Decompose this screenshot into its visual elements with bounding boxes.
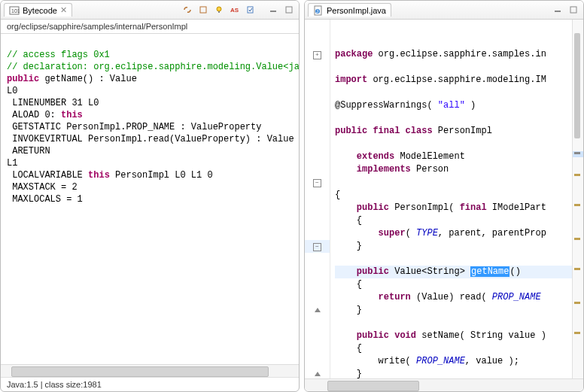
bytecode-h-scrollbar[interactable]	[1, 364, 299, 377]
highlighted-line: public Value<String> getName()	[335, 266, 572, 278]
code-kw: implements	[357, 164, 411, 175]
overview-mark	[574, 238, 580, 240]
code-line: getName() : Value	[39, 74, 137, 84]
minimize-icon[interactable]	[266, 3, 280, 17]
code-line: MAXSTACK = 2	[7, 182, 78, 193]
verify-icon[interactable]	[244, 3, 257, 17]
bytecode-tab[interactable]: 101 Bytecode ✕	[4, 3, 72, 17]
code-line: PersonImpl L0 L1 0	[110, 170, 213, 181]
code-line: L1	[7, 158, 17, 169]
maximize-icon[interactable]	[282, 3, 296, 17]
code-kw: import	[335, 74, 367, 85]
lightbulb-icon[interactable]	[212, 3, 226, 17]
bytecode-view-panel: 101 Bytecode ✕ AS org/eclipse/sapphire/s…	[0, 0, 300, 392]
code-line: ()	[509, 266, 520, 277]
code-line: {	[335, 343, 362, 354]
svg-rect-7	[270, 11, 276, 12]
svg-rect-12	[555, 11, 561, 12]
code-line: {	[335, 279, 362, 290]
code-line: PersonImpl(	[389, 202, 460, 213]
overview-mark	[574, 174, 580, 176]
java-h-scrollbar[interactable]	[305, 378, 583, 391]
code-line: setName( String value )	[416, 330, 546, 341]
code-line: INVOKEVIRTUAL PersonImpl.read(ValuePrope…	[7, 134, 294, 144]
code-line: MAXLOCALS = 1	[7, 194, 83, 205]
bytecode-icon: 101	[9, 5, 20, 16]
code-line: org.eclipse.sapphire.samples.in	[373, 49, 546, 59]
code-line: write(	[335, 356, 416, 366]
close-icon[interactable]: ✕	[60, 5, 67, 15]
java-tab-bar: J PersonImpl.java	[305, 1, 583, 20]
code-kw: final	[460, 202, 487, 213]
code-line: (	[406, 228, 416, 239]
bytecode-toolbar: AS	[181, 3, 296, 17]
java-file-icon: J	[313, 5, 324, 16]
java-toolbar	[551, 3, 580, 17]
change-indicator-icon	[315, 372, 321, 376]
svg-text:101: 101	[11, 8, 20, 14]
overview-ruler[interactable]	[572, 20, 583, 378]
code-kw: package	[335, 49, 373, 59]
code-line: // access flags 0x1	[7, 50, 110, 60]
code-line: ModelElement	[394, 151, 465, 162]
link-with-editor-icon[interactable]	[181, 3, 194, 17]
code-field: PROP_NAME	[416, 356, 465, 366]
show-raw-icon[interactable]	[196, 3, 210, 17]
overview-mark	[574, 302, 580, 304]
code-line: Value<String>	[389, 266, 470, 277]
code-line: LOCALVARIABLE	[7, 170, 88, 181]
change-indicator-icon	[315, 308, 321, 312]
code-line	[335, 292, 379, 302]
code-line: GETSTATIC PersonImpl.PROP_NAME : ValuePr…	[7, 122, 261, 132]
java-editor-body: + − − package or	[305, 20, 583, 378]
code-line: , value );	[465, 356, 519, 366]
svg-point-3	[217, 7, 221, 11]
overview-mark	[574, 268, 580, 270]
code-line: }	[335, 369, 362, 378]
svg-rect-8	[286, 7, 292, 13]
java-file-tab[interactable]: J PersonImpl.java	[308, 3, 391, 17]
code-kw: public void	[357, 330, 416, 341]
svg-text:J: J	[316, 9, 318, 14]
java-gutter[interactable]: + − −	[305, 20, 330, 378]
code-kw: public	[357, 266, 389, 277]
code-kw: public	[357, 202, 389, 213]
code-line: org.eclipse.sapphire.modeling.IM	[367, 74, 546, 85]
code-line: @SuppressWarnings(	[335, 100, 438, 111]
code-line: // declaration: org.eclipse.sapphire.mod…	[7, 62, 299, 72]
overview-thumb[interactable]	[574, 33, 580, 138]
expand-imports-icon[interactable]: +	[313, 51, 321, 59]
overview-mark	[574, 204, 580, 206]
code-kw: this	[61, 110, 83, 120]
overview-mark	[574, 152, 580, 154]
code-string: "all"	[438, 100, 465, 111]
java-tab-label: PersonImpl.java	[327, 6, 386, 15]
code-line: }	[335, 241, 362, 251]
svg-rect-4	[218, 11, 220, 13]
code-line: }	[335, 305, 362, 315]
code-line: , parent, parentProp	[438, 228, 546, 239]
java-editor-panel: J PersonImpl.java + − −	[304, 0, 584, 392]
text-selection: getName	[470, 266, 509, 277]
bytecode-tab-bar: 101 Bytecode ✕ AS	[1, 1, 299, 20]
code-kw: extends	[357, 151, 394, 162]
code-kw: public final class	[335, 126, 433, 136]
code-line: LINENUMBER 31 L0	[7, 98, 99, 108]
svg-rect-6	[248, 7, 253, 13]
code-field: TYPE	[416, 228, 438, 239]
code-line: IModelPart	[487, 202, 546, 213]
bytecode-code-area[interactable]: // access flags 0x1 // declaration: org.…	[1, 34, 299, 364]
minimize-icon[interactable]	[551, 3, 564, 17]
fold-icon[interactable]: −	[313, 243, 321, 251]
svg-rect-13	[570, 7, 576, 13]
fold-icon[interactable]: −	[313, 179, 321, 187]
code-line: Person	[411, 164, 449, 175]
maximize-icon[interactable]	[567, 3, 580, 17]
bytecode-tab-label: Bytecode	[23, 6, 57, 15]
java-code-area[interactable]: package org.eclipse.sapphire.samples.in …	[330, 20, 572, 378]
code-line: )	[465, 100, 476, 111]
code-line: {	[335, 190, 340, 200]
asm-icon[interactable]: AS	[228, 3, 242, 17]
code-kw: this	[88, 170, 110, 181]
code-line	[335, 228, 379, 239]
